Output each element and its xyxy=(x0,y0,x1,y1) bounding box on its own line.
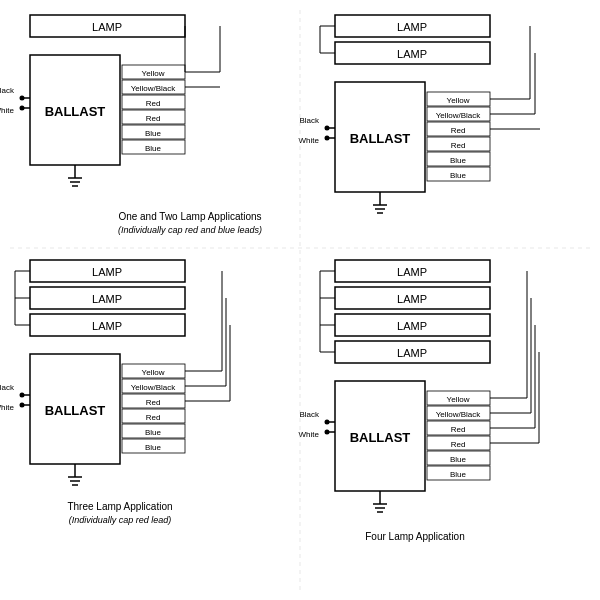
lamp-label-4c: LAMP xyxy=(397,320,427,332)
ballast-label-3: BALLAST xyxy=(45,403,106,418)
ballast-label-2: BALLAST xyxy=(350,131,411,146)
black-wire-label-1: Black xyxy=(0,86,15,95)
white-wire-label-1: White xyxy=(0,106,15,115)
caption-1: One and Two Lamp Applications xyxy=(118,211,261,222)
lamp-label-2a: LAMP xyxy=(397,21,427,33)
svg-text:Yellow: Yellow xyxy=(142,69,165,78)
svg-text:Blue: Blue xyxy=(145,129,162,138)
svg-text:Yellow/Black: Yellow/Black xyxy=(131,84,177,93)
svg-text:Blue: Blue xyxy=(145,428,162,437)
lamp-label-4b: LAMP xyxy=(397,293,427,305)
ballast-label-4: BALLAST xyxy=(350,430,411,445)
caption-1-sub: (Individually cap red and blue leads) xyxy=(118,225,262,235)
svg-text:Blue: Blue xyxy=(450,171,467,180)
svg-text:Yellow/Black: Yellow/Black xyxy=(131,383,177,392)
svg-text:Yellow: Yellow xyxy=(447,395,470,404)
svg-text:Blue: Blue xyxy=(450,470,467,479)
lamp-label-3c: LAMP xyxy=(92,320,122,332)
caption-4: Four Lamp Application xyxy=(365,531,465,542)
svg-text:Red: Red xyxy=(451,126,466,135)
caption-3: Three Lamp Application xyxy=(67,501,172,512)
lamp-label-3a: LAMP xyxy=(92,266,122,278)
lamp-label-1: LAMP xyxy=(92,21,122,33)
white-wire-label-3: White xyxy=(0,403,15,412)
svg-text:Blue: Blue xyxy=(145,443,162,452)
caption-3-sub: (Individually cap red lead) xyxy=(69,515,172,525)
white-wire-label-2: White xyxy=(299,136,320,145)
svg-text:Red: Red xyxy=(146,413,161,422)
black-wire-label-3: Black xyxy=(0,383,15,392)
svg-text:Red: Red xyxy=(451,141,466,150)
svg-text:Blue: Blue xyxy=(145,144,162,153)
svg-text:Yellow: Yellow xyxy=(142,368,165,377)
lamp-label-4d: LAMP xyxy=(397,347,427,359)
black-wire-label-2: Black xyxy=(299,116,320,125)
svg-text:Yellow: Yellow xyxy=(447,96,470,105)
svg-text:Blue: Blue xyxy=(450,156,467,165)
svg-text:Yellow/Black: Yellow/Black xyxy=(436,410,482,419)
svg-text:Red: Red xyxy=(146,114,161,123)
black-wire-label-4: Black xyxy=(299,410,320,419)
svg-text:Red: Red xyxy=(146,398,161,407)
ballast-label-1: BALLAST xyxy=(45,104,106,119)
svg-text:Red: Red xyxy=(146,99,161,108)
lamp-label-4a: LAMP xyxy=(397,266,427,278)
white-wire-label-4: White xyxy=(299,430,320,439)
svg-text:Yellow/Black: Yellow/Black xyxy=(436,111,482,120)
lamp-label-2b: LAMP xyxy=(397,48,427,60)
svg-text:Red: Red xyxy=(451,425,466,434)
svg-text:Blue: Blue xyxy=(450,455,467,464)
svg-text:Red: Red xyxy=(451,440,466,449)
diagram-container: LAMP BALLAST Yellow Yellow/Black Red Red… xyxy=(0,0,600,600)
lamp-label-3b: LAMP xyxy=(92,293,122,305)
